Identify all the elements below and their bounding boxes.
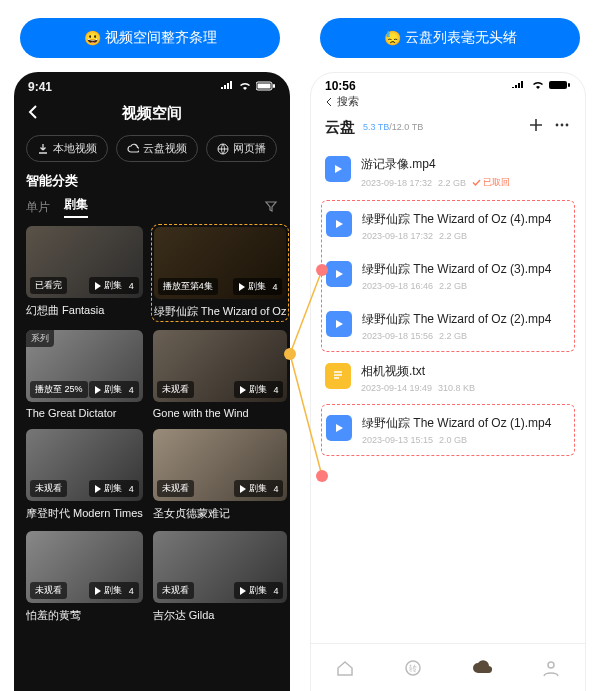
emoji-happy-icon: 😀 (84, 30, 101, 46)
connector-dot-target-top (316, 264, 328, 276)
play-icon (94, 587, 102, 595)
video-title: The Great Dictator (26, 407, 143, 419)
tab-single[interactable]: 单片 (26, 199, 50, 216)
tab-cloud-icon[interactable] (471, 658, 493, 678)
series-badge: 剧集 4 (233, 278, 283, 295)
video-card-highlighted[interactable]: 播放至第4集 剧集 4 绿野仙踪 The Wizard of Oz (151, 224, 290, 322)
file-meta: 2023-09-18 17:322.2 GB 已取回 (361, 176, 571, 189)
video-card[interactable]: 已看完 剧集 4 幻想曲 Fantasia (26, 226, 143, 320)
page-title: 视频空间 (122, 104, 182, 123)
video-card[interactable]: 未观看 剧集 4 吉尔达 Gilda (153, 531, 288, 623)
header-left: 视频空间 (14, 96, 290, 135)
connector-dot-source (284, 348, 296, 360)
tab-profile-icon[interactable] (541, 658, 561, 678)
file-item[interactable]: 绿野仙踪 The Wizard of Oz (2).mp4 2023-09-18… (326, 301, 570, 351)
play-icon (238, 283, 246, 291)
chip-web[interactable]: 网页播 (206, 135, 277, 162)
banner-left: 😀 视频空间整齐条理 (20, 18, 280, 58)
file-item[interactable]: 游记录像.mp4 2023-09-18 17:322.2 GB 已取回 (325, 146, 571, 199)
status-badge: 未观看 (157, 582, 194, 599)
tab-home-icon[interactable] (335, 658, 355, 678)
file-item[interactable]: 相机视频.txt 2023-09-14 19:49310.8 KB (325, 353, 571, 403)
tab-share-icon[interactable]: 转 (403, 658, 423, 678)
chip-cloud[interactable]: 云盘视频 (116, 135, 198, 162)
status-badge: 播放至第4集 (158, 278, 218, 295)
svg-rect-4 (549, 81, 567, 89)
svg-rect-5 (568, 83, 570, 87)
video-title: 绿野仙踪 The Wizard of Oz (154, 304, 287, 319)
status-badge: 未观看 (30, 480, 67, 497)
download-icon (37, 143, 49, 155)
video-card[interactable]: 未观看 剧集 4 摩登时代 Modern Times (26, 429, 143, 521)
video-title: Gone with the Wind (153, 407, 288, 419)
video-file-icon (326, 311, 352, 337)
play-icon (94, 485, 102, 493)
status-badge: 未观看 (157, 480, 194, 497)
quota-text: 5.3 TB/12.0 TB (363, 122, 423, 132)
file-name: 绿野仙踪 The Wizard of Oz (4).mp4 (362, 211, 570, 228)
series-badge: 剧集 4 (89, 381, 139, 398)
svg-rect-1 (258, 84, 271, 89)
section-title: 智能分类 (14, 172, 290, 196)
grouped-files-top: 绿野仙踪 The Wizard of Oz (4).mp4 2023-09-18… (321, 200, 575, 352)
series-badge: 剧集 4 (234, 582, 284, 599)
battery-icon (256, 80, 276, 94)
signal-icon (220, 80, 234, 94)
video-card[interactable]: 未观看 剧集 4 怕羞的黄莺 (26, 531, 143, 623)
status-bar-right: 10:56 (311, 73, 585, 93)
back-icon[interactable] (26, 104, 42, 124)
file-name: 相机视频.txt (361, 363, 571, 380)
series-badge: 剧集 4 (89, 480, 139, 497)
file-meta: 2023-09-18 15:562.2 GB (362, 331, 570, 341)
file-meta: 2023-09-14 19:49310.8 KB (361, 383, 571, 393)
filter-icon[interactable] (264, 199, 278, 216)
search-label: 搜索 (337, 94, 359, 109)
video-card[interactable]: 未观看 剧集 4 圣女贞德蒙难记 (153, 429, 288, 521)
add-icon[interactable] (527, 116, 545, 138)
file-name: 绿野仙踪 The Wizard of Oz (2).mp4 (362, 311, 570, 328)
chip-local[interactable]: 本地视频 (26, 135, 108, 162)
play-icon (94, 282, 102, 290)
play-icon (239, 587, 247, 595)
chip-web-label: 网页播 (233, 141, 266, 156)
corner-badge: 系列 (26, 330, 54, 347)
svg-point-6 (556, 124, 559, 127)
file-name: 绿野仙踪 The Wizard of Oz (1).mp4 (362, 415, 570, 432)
battery-icon (549, 79, 571, 93)
cloud-icon (127, 143, 139, 155)
tab-series[interactable]: 剧集 (64, 196, 88, 218)
series-badge: 剧集 4 (234, 381, 284, 398)
video-card[interactable]: 未观看 剧集 4 Gone with the Wind (153, 330, 288, 419)
status-time: 10:56 (325, 79, 356, 93)
text-file-icon (325, 363, 351, 389)
svg-point-11 (548, 662, 554, 668)
search-back-row[interactable]: 搜索 (311, 93, 585, 110)
video-title: 怕羞的黄莺 (26, 608, 143, 623)
video-grid: 已看完 剧集 4 幻想曲 Fantasia 播放至第4集 剧集 4 绿野仙踪 T… (14, 226, 290, 635)
phone-right: 10:56 搜索 云盘 5.3 TB/12.0 TB 游记录像.mp4 2023… (310, 72, 586, 691)
video-file-icon (326, 211, 352, 237)
chip-local-label: 本地视频 (53, 141, 97, 156)
file-name: 游记录像.mp4 (361, 156, 571, 173)
header-right: 云盘 5.3 TB/12.0 TB (311, 110, 585, 146)
svg-text:转: 转 (409, 664, 417, 673)
play-icon (239, 386, 247, 394)
video-card[interactable]: 系列 播放至 25% 剧集 4 The Great Dictator (26, 330, 143, 419)
status-badge: 未观看 (157, 381, 194, 398)
file-list: 游记录像.mp4 2023-09-18 17:322.2 GB 已取回 绿野仙踪… (311, 146, 585, 456)
banner-left-text: 视频空间整齐条理 (105, 29, 217, 47)
series-badge: 剧集 4 (89, 582, 139, 599)
play-icon (239, 485, 247, 493)
file-item[interactable]: 绿野仙踪 The Wizard of Oz (4).mp4 2023-09-18… (326, 201, 570, 251)
emoji-sweat-icon: 😓 (384, 30, 401, 46)
check-icon (472, 178, 481, 187)
more-icon[interactable] (553, 116, 571, 138)
file-item[interactable]: 绿野仙踪 The Wizard of Oz (1).mp4 2023-09-13… (326, 405, 570, 455)
video-file-icon (326, 415, 352, 441)
source-chips: 本地视频 云盘视频 网页播 (14, 135, 290, 172)
phone-left: 9:41 视频空间 本地视频 云盘视频 网页播 智能分类 单片 剧集 (14, 72, 290, 691)
file-name: 绿野仙踪 The Wizard of Oz (3).mp4 (362, 261, 570, 278)
file-item[interactable]: 绿野仙踪 The Wizard of Oz (3).mp4 2023-09-18… (326, 251, 570, 301)
video-file-icon (326, 261, 352, 287)
status-badge: 已看完 (30, 277, 67, 294)
